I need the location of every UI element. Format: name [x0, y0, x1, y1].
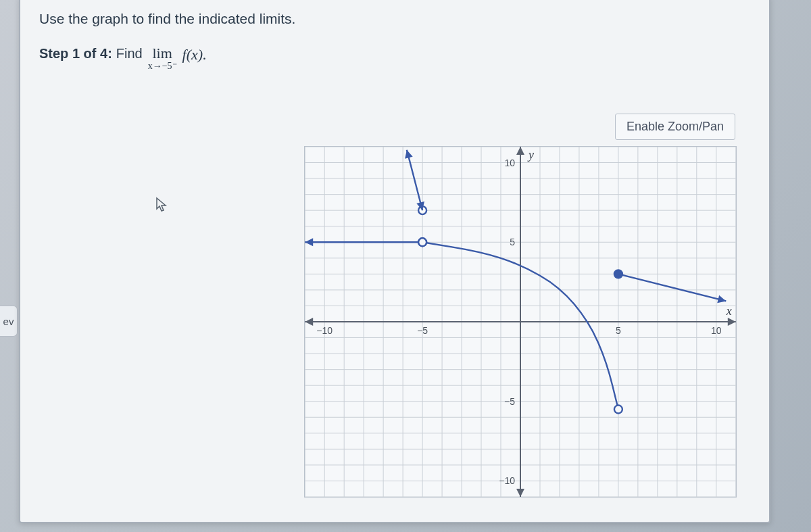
chart-area: Enable Zoom/Pan −10−5510−10−5510 x y	[304, 99, 737, 498]
data-series	[305, 150, 726, 414]
svg-point-66	[614, 406, 622, 414]
svg-text:−5: −5	[417, 325, 428, 336]
limit-expression: lim x→−5⁻	[148, 46, 177, 71]
x-axis-label: x	[726, 304, 732, 318]
svg-text:−5: −5	[504, 396, 515, 407]
svg-text:−10: −10	[499, 475, 515, 486]
svg-text:5: 5	[616, 325, 621, 336]
svg-text:5: 5	[510, 237, 515, 247]
prev-button[interactable]: ev	[0, 306, 18, 337]
lim-approach: x→−5⁻	[148, 62, 177, 71]
y-axis-label: y	[527, 148, 534, 162]
svg-marker-60	[305, 238, 313, 246]
svg-text:10: 10	[711, 325, 722, 336]
prompt-text: Use the graph to find the indicated limi…	[39, 11, 750, 27]
step-label: Step 1 of 4:	[39, 46, 112, 62]
plot-frame[interactable]: −10−5510−10−5510 x y	[304, 146, 737, 498]
svg-marker-63	[405, 150, 413, 159]
lim-word: lim	[152, 46, 172, 61]
enable-zoom-pan-button[interactable]: Enable Zoom/Pan	[615, 114, 735, 140]
svg-marker-68	[717, 295, 726, 304]
svg-text:−10: −10	[316, 325, 333, 336]
svg-point-65	[418, 238, 426, 246]
svg-marker-50	[516, 147, 524, 155]
svg-marker-51	[516, 489, 524, 497]
svg-marker-49	[305, 318, 313, 326]
axes	[305, 147, 736, 497]
plot-svg: −10−5510−10−5510 x y	[305, 147, 736, 497]
step-find: Find	[116, 46, 143, 62]
svg-text:10: 10	[505, 158, 516, 168]
question-panel: Use the graph to find the indicated limi…	[19, 0, 770, 523]
step-line: Step 1 of 4: Find lim x→−5⁻ f(x).	[39, 46, 750, 71]
svg-marker-48	[728, 318, 736, 326]
prev-label: ev	[3, 316, 14, 327]
fx-text: f(x).	[182, 46, 207, 64]
cursor-icon	[155, 197, 169, 217]
